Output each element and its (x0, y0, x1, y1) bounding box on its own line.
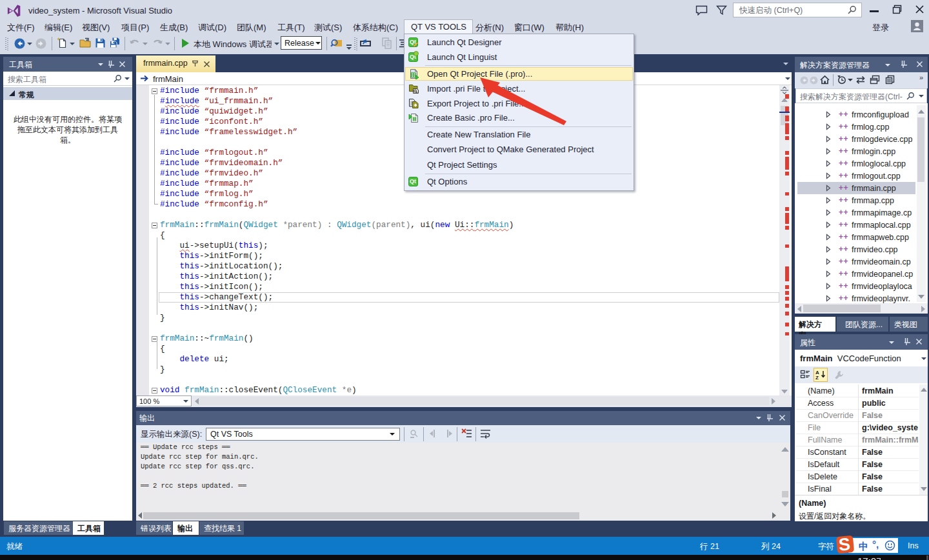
svg-text:Z: Z (815, 375, 819, 381)
